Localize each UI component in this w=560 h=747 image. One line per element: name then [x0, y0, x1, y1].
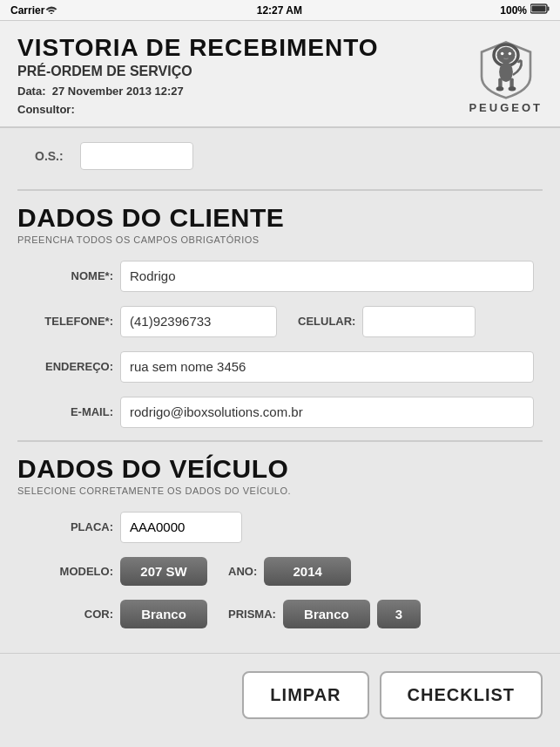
cor-label: COR: [26, 608, 113, 621]
placa-input[interactable] [120, 512, 242, 543]
endereco-label: ENDEREÇO: [26, 360, 113, 373]
vehicle-form: PLACA: MODELO: 207 SW ANO: 2014 COR: Bra… [0, 505, 560, 635]
email-label: E-MAIL: [26, 405, 113, 418]
placa-row: PLACA: [26, 505, 534, 550]
vehicle-section-subtitle: SELECIONE CORRETAMENTE OS DADOS DO VEÍCU… [0, 486, 560, 505]
vehicle-section-title: DADOS DO VEÍCULO [0, 447, 560, 486]
time-label: 12:27 AM [58, 4, 500, 17]
battery-icon [530, 3, 550, 17]
battery-label: 100% [500, 4, 527, 17]
modelo-button[interactable]: 207 SW [120, 557, 207, 586]
cor-button[interactable]: Branco [120, 600, 207, 628]
ano-button[interactable]: 2014 [264, 557, 351, 586]
bottom-bar: LIMPAR CHECKLIST [0, 653, 560, 728]
data-label: Data: [17, 85, 46, 98]
brand-logo: PEUGEOT [469, 38, 543, 114]
nome-row: NOME*: [26, 254, 534, 299]
os-label: O.S.: [35, 149, 70, 163]
nome-input[interactable] [120, 261, 534, 292]
client-section-subtitle: PREENCHA TODOS OS CAMPOS OBRIGATÓRIOS [0, 234, 560, 254]
prisma-value-button[interactable]: Branco [283, 600, 370, 628]
email-row: E-MAIL: [26, 390, 534, 435]
svg-point-8 [496, 86, 503, 91]
modelo-row: MODELO: 207 SW ANO: 2014 [26, 550, 534, 593]
client-section-title: DADOS DO CLIENTE [0, 196, 560, 234]
prisma-label: PRISMA: [228, 608, 276, 621]
wifi-icon [44, 3, 58, 17]
divider-1 [17, 189, 543, 191]
limpar-button[interactable]: LIMPAR [242, 671, 368, 719]
brand-name: PEUGEOT [469, 101, 543, 114]
status-bar: Carrier 12:27 AM 100% [0, 0, 560, 21]
modelo-label: MODELO: [26, 565, 113, 578]
carrier-label: Carrier [10, 4, 44, 17]
cor-row: COR: Branco PRISMA: Branco 3 [26, 593, 534, 635]
telefone-row: TELEFONE*: CELULAR: [26, 299, 534, 344]
client-form: NOME*: TELEFONE*: CELULAR: ENDEREÇO: E-M… [0, 254, 560, 435]
page-title: VISTORIA DE RECEBIMENTO [17, 35, 379, 62]
prisma-num-button[interactable]: 3 [377, 600, 421, 628]
main-content: O.S.: DADOS DO CLIENTE PREENCHA TODOS OS… [0, 128, 560, 745]
nome-label: NOME*: [26, 269, 113, 282]
page-header: VISTORIA DE RECEBIMENTO PRÉ-ORDEM DE SER… [0, 21, 560, 128]
svg-point-3 [496, 47, 515, 64]
svg-rect-1 [548, 7, 550, 11]
celular-input[interactable] [362, 306, 476, 337]
data-value: 27 November 2013 12:27 [52, 85, 184, 98]
endereco-row: ENDEREÇO: [26, 344, 534, 390]
svg-point-11 [508, 52, 511, 56]
divider-2 [17, 440, 543, 442]
consultor-label: Consultor: [17, 103, 75, 116]
placa-label: PLACA: [26, 520, 113, 533]
celular-label: CELULAR: [298, 315, 355, 328]
svg-rect-2 [532, 6, 546, 12]
ano-label: ANO: [228, 565, 257, 578]
os-row: O.S.: [0, 128, 560, 184]
telefone-label: TELEFONE*: [26, 315, 113, 328]
email-input[interactable] [120, 397, 534, 428]
endereco-input[interactable] [120, 351, 534, 383]
checklist-button[interactable]: CHECKLIST [380, 671, 543, 719]
svg-point-10 [501, 52, 504, 56]
svg-point-9 [508, 86, 516, 91]
os-input[interactable] [80, 142, 193, 170]
page-subtitle: PRÉ-ORDEM DE SERVIÇO [17, 64, 379, 79]
telefone-input[interactable] [120, 306, 277, 337]
